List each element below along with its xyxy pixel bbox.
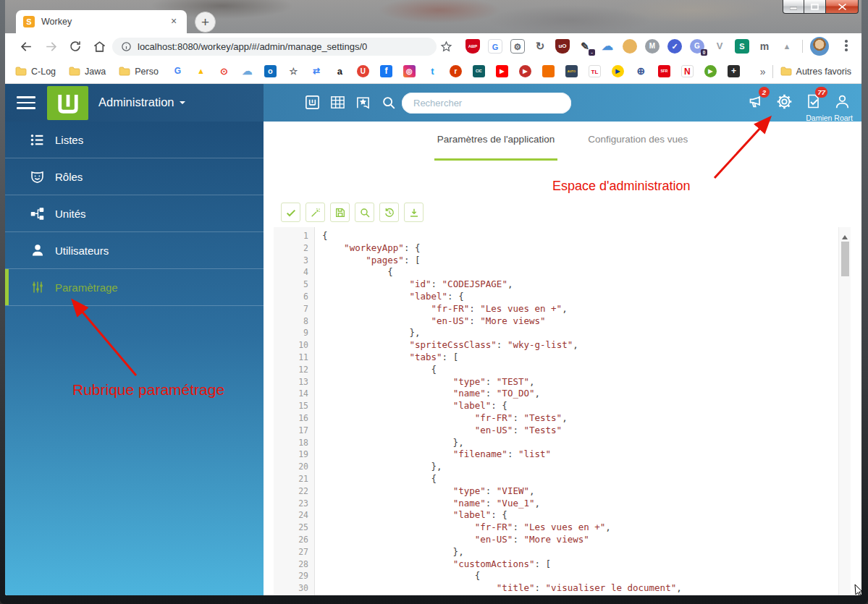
grid-table-icon[interactable]: [329, 93, 347, 111]
page-info-icon[interactable]: [121, 41, 132, 52]
minimize-button[interactable]: [783, 0, 804, 14]
sidebar-item-list[interactable]: Listes: [5, 122, 264, 158]
back-button[interactable]: [17, 37, 35, 56]
bookmark-folder-jawa[interactable]: Jawa: [69, 67, 106, 77]
json-editor[interactable]: 1{2 "workeyApp": {3 "pages": [4 {5 "id":…: [274, 227, 851, 595]
search-button[interactable]: [355, 203, 374, 222]
code-line: 2 "workeyApp": {: [274, 242, 838, 255]
bookmark-instagram-icon[interactable]: ◎: [403, 65, 416, 77]
home-button[interactable]: [90, 37, 109, 56]
bookmark-cloud-blue-icon[interactable]: ☁: [241, 65, 253, 77]
address-bar[interactable]: localhost:8080/workey/app/#/admin/manage…: [112, 38, 437, 56]
extension-color-picker-icon[interactable]: ✎-: [578, 39, 592, 54]
bookmark-folder-perso[interactable]: Perso: [119, 67, 159, 77]
star-view-icon[interactable]: [354, 93, 372, 111]
bookmark-google-drive-icon[interactable]: ▲: [195, 65, 207, 77]
bookmark-u-red-icon[interactable]: U: [357, 65, 369, 77]
tab-close-icon[interactable]: ×: [168, 16, 180, 27]
validate-button[interactable]: [281, 203, 300, 222]
bookmark-cic-icon[interactable]: CIC: [473, 65, 485, 77]
bookmark-folder-c-log[interactable]: C-Log: [15, 67, 56, 77]
scroll-up-icon[interactable]: [842, 232, 848, 239]
bookmark-youtube-icon[interactable]: ▶: [496, 65, 508, 77]
bookmark-globe-icon[interactable]: ⊕: [635, 65, 647, 77]
notification-badge: 2: [759, 87, 770, 98]
extension-m-gray-icon[interactable]: m: [757, 39, 772, 54]
sidebar-item-units[interactable]: Unités: [5, 195, 264, 232]
maximize-button[interactable]: [804, 0, 825, 14]
close-button[interactable]: [825, 0, 859, 14]
bookmarks-overflow-icon[interactable]: »: [760, 66, 765, 77]
extension-m-circle-icon[interactable]: M: [645, 39, 660, 54]
bookmark-sfr-icon[interactable]: SFR: [658, 65, 670, 77]
save-button[interactable]: [330, 203, 350, 222]
bookmark-netflix-icon[interactable]: N: [681, 65, 694, 77]
forward-button[interactable]: [41, 37, 60, 56]
search-icon[interactable]: [379, 93, 397, 111]
line-number: 17: [274, 425, 315, 437]
settings-gear-icon[interactable]: [775, 92, 793, 111]
extension-ublock-origin-icon[interactable]: uO: [555, 39, 570, 54]
new-tab-button[interactable]: +: [195, 12, 216, 33]
app-tab-0[interactable]: Paramètres de l'application: [434, 134, 557, 161]
sidebar-item-mask[interactable]: Rôles: [5, 158, 264, 195]
workey-tile-icon[interactable]: [303, 93, 321, 111]
history-button[interactable]: [379, 203, 399, 222]
app-search[interactable]: [402, 93, 571, 114]
bookmark-star-outline-icon[interactable]: ☆: [287, 65, 300, 77]
user-profile-icon[interactable]: [833, 92, 851, 111]
browser-menu-icon[interactable]: [840, 37, 852, 54]
search-input[interactable]: [412, 97, 561, 109]
app-tab-1[interactable]: Configuration des vues: [585, 134, 691, 161]
refresh-button[interactable]: [66, 37, 85, 56]
browser-tab[interactable]: S Workey ×: [16, 10, 187, 33]
format-wand-button[interactable]: [306, 203, 325, 222]
profile-avatar[interactable]: [810, 37, 829, 56]
extension-settings-window-icon[interactable]: ⚙: [510, 39, 525, 54]
bookmark-reddit-icon[interactable]: r: [450, 65, 462, 77]
bookmark-translate-icon[interactable]: ⇄: [311, 65, 323, 77]
bookmark-twitter-icon[interactable]: t: [426, 65, 439, 77]
sidebar-item-user[interactable]: Utilisateurs: [5, 232, 264, 269]
bookmark-star-icon[interactable]: [437, 37, 455, 56]
hamburger-menu-icon[interactable]: [17, 95, 35, 111]
announcements-icon[interactable]: 2: [746, 92, 764, 111]
extension-ghostery-icon[interactable]: G0: [690, 39, 704, 54]
url-text[interactable]: localhost:8080/workey/app/#/admin/manage…: [138, 41, 367, 52]
extension-sync-icon[interactable]: ↻: [533, 39, 547, 54]
line-number: 20: [274, 461, 315, 473]
scrollbar-thumb[interactable]: [841, 242, 849, 276]
other-favorites[interactable]: Autres favoris: [780, 67, 851, 77]
extension-translate-icon[interactable]: G: [488, 39, 502, 54]
bookmark-auto-banner-icon[interactable]: AUTO: [565, 65, 578, 77]
bookmark-outlook-icon[interactable]: o: [264, 65, 277, 77]
extension-cloud-icon[interactable]: ☁: [600, 39, 615, 54]
list-icon: [29, 132, 46, 148]
bookmark-laposte-icon[interactable]: ▶: [612, 65, 624, 77]
line-number: 7: [274, 303, 315, 315]
download-button[interactable]: [404, 203, 424, 222]
bookmark-google-maps-icon[interactable]: ⊙: [218, 65, 230, 77]
bookmark-facebook-icon[interactable]: f: [380, 65, 392, 77]
extension-verified-badge-icon[interactable]: ✓: [667, 39, 682, 54]
extension-adblock-plus-icon[interactable]: ABP: [465, 39, 480, 54]
workey-logo[interactable]: [47, 86, 88, 120]
extension-s-green-icon[interactable]: S: [735, 39, 749, 54]
bookmark-play-red-icon[interactable]: ▶: [519, 65, 531, 77]
sidebar-item-sliders[interactable]: Paramètrage: [5, 269, 264, 306]
bookmark-play-green-icon[interactable]: ▶: [704, 65, 717, 77]
bookmark-amazon-icon[interactable]: a: [334, 65, 346, 77]
tasks-doc-icon[interactable]: 77: [804, 92, 822, 111]
extension-v-gray-icon[interactable]: V: [712, 39, 727, 54]
bookmark-plus-black-icon[interactable]: +: [728, 65, 740, 77]
extension-drive-gray-icon[interactable]: ▲: [780, 39, 794, 54]
bookmark-orange-icon[interactable]: [542, 65, 555, 77]
workspace-switcher[interactable]: Administration: [98, 95, 185, 109]
editor-scrollbar[interactable]: [838, 227, 851, 595]
extension-cookie-manager-icon[interactable]: [623, 39, 637, 54]
mask-icon: [29, 169, 46, 185]
code-line: 21 {: [274, 473, 838, 485]
code-line: 20 },: [274, 461, 838, 473]
bookmark-google-icon[interactable]: G: [172, 65, 184, 77]
bookmark-tl-icon[interactable]: TL: [589, 65, 601, 77]
